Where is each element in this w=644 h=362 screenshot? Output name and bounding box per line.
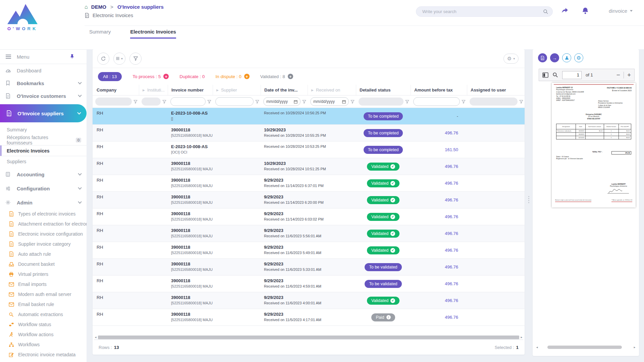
filter-in-dispute[interactable]: In dispute : 0+	[215, 74, 249, 79]
page-number-input[interactable]	[562, 71, 582, 79]
pdf-search-icon[interactable]	[552, 72, 558, 78]
table-row[interactable]: RH39000118[52251165800018] MAJUSCULE9/29…	[93, 175, 525, 192]
table-row[interactable]: RH39000118[52251165800018] MAJUSCULE10/2…	[93, 158, 525, 175]
column-header-company[interactable]: Company	[93, 85, 139, 95]
column-header-detailed-status[interactable]: Detailed status	[356, 85, 411, 95]
table-settings-button[interactable]: ⚙▾	[503, 54, 519, 64]
table-row[interactable]: RHE-2023-10-008-AS[]Received on 10/28/20…	[93, 108, 525, 125]
sidebar-admin-item-auto-attach-rule[interactable]: Auto attach rule	[0, 249, 87, 259]
cell-amount[interactable]: 496.76	[411, 292, 467, 309]
search-icon[interactable]	[543, 9, 548, 14]
table-row[interactable]: RH39000118[52251165800018] MAJUSCULE9/29…	[93, 309, 525, 326]
open-arrow-button[interactable]: →	[550, 53, 559, 62]
sidebar-menu-toggle[interactable]: Menu	[0, 49, 87, 64]
table-row[interactable]: RH39000118[52251165800018] MAJUSCULE9/29…	[93, 292, 525, 309]
date-filter-input[interactable]: mm/dd/yyyy	[310, 97, 349, 106]
scroll-right-icon[interactable]: ►	[633, 346, 636, 349]
pin-icon[interactable]	[70, 54, 76, 59]
cell-amount[interactable]: 496.76	[411, 125, 467, 141]
sidebar-admin-item-attachment-extraction-for-electron[interactable]: Attachment extraction for electron	[0, 219, 87, 229]
assign-user-button[interactable]	[562, 53, 571, 62]
user-menu[interactable]: dinvoice	[609, 8, 633, 14]
cell-amount[interactable]: -	[411, 108, 467, 124]
sidebar-subitem-summary[interactable]: Summary	[0, 124, 87, 135]
sidebar-admin-item-types-of-electronic-invoices[interactable]: Types of electronic invoices	[0, 209, 87, 219]
filter-duplicate[interactable]: Duplicate : 0	[179, 74, 205, 79]
sidebar-admin-item-modern-auth-email-server[interactable]: Modern auth email server	[0, 289, 87, 299]
zoom-in-button[interactable]: +	[627, 71, 631, 79]
text-filter-input[interactable]	[413, 97, 460, 106]
sidebar-admin-item-workflows[interactable]: Workflows	[0, 340, 87, 350]
column-header-date-of-the-inv[interactable]: Date of the inv...	[261, 85, 308, 95]
columns-button[interactable]: ▾	[113, 53, 125, 65]
sidebar-admin-item-electronic-invoice-metadata[interactable]: Electronic invoice metadata	[0, 350, 87, 360]
home-icon[interactable]: ⌂	[85, 4, 88, 10]
sidebar-admin-item-email-basket-rule[interactable]: Email basket rule	[0, 299, 87, 309]
column-header-instituti[interactable]: ▶Instituti...	[139, 85, 168, 95]
scroll-left-icon[interactable]: ◄	[535, 346, 539, 349]
table-row[interactable]: RH39000118[52251165800018] MAJUSCULE9/29…	[93, 192, 525, 208]
sidebar-item-dashboard[interactable]: Dashboard	[0, 64, 87, 77]
horizontal-scrollbar[interactable]: ◄ ►	[94, 335, 523, 340]
scrollbar-thumb[interactable]	[98, 336, 519, 339]
filter-button[interactable]	[129, 53, 142, 65]
column-header-received-on[interactable]: ▶Received on	[308, 85, 356, 95]
scrollbar-thumb[interactable]	[547, 346, 622, 349]
pdf-file-button[interactable]	[538, 53, 547, 62]
sidebar-subitem-suppliers[interactable]: Suppliers	[0, 156, 87, 167]
table-row[interactable]: RH39000118[52251165800018] MAJUSCULE9/29…	[93, 276, 525, 292]
global-search[interactable]	[416, 6, 553, 17]
column-header-assigned-to-user[interactable]: Assigned to user	[467, 85, 525, 95]
cell-amount[interactable]: 496.76	[411, 259, 467, 275]
sidebar-subitem-electronic-invoices[interactable]: Electronic Invoices	[0, 145, 87, 156]
share-icon[interactable]	[561, 7, 569, 14]
table-row[interactable]: RH39000118[52251165800018] MAJUSCULE9/29…	[93, 242, 525, 259]
cell-amount[interactable]: 161.50	[411, 141, 467, 158]
sidebar-admin-item-automatic-extractions[interactable]: Automatic extractions	[0, 309, 87, 319]
breadcrumb-section[interactable]: O'Invoice suppliers	[117, 4, 164, 10]
filter-validated[interactable]: Validated : 8+	[260, 74, 293, 79]
text-filter-input[interactable]	[215, 97, 254, 106]
column-header-amount-before-tax[interactable]: Amount before tax	[411, 85, 467, 95]
cell-amount[interactable]: 496.76	[411, 225, 467, 242]
plus-icon[interactable]: +	[288, 74, 293, 79]
plus-icon[interactable]: +	[163, 74, 169, 79]
scroll-left-icon[interactable]: ◄	[94, 336, 97, 339]
panel-resize-handle[interactable]	[527, 193, 530, 206]
sidebar-item-configuration[interactable]: Configuration	[0, 182, 87, 195]
table-row[interactable]: RH39000118[52251165800018] MAJUSCULE9/29…	[93, 259, 525, 276]
sidebar-admin-item-document-basket[interactable]: Document basket	[0, 259, 87, 269]
cell-amount[interactable]: 496.76	[411, 192, 467, 208]
table-row[interactable]: RH39000118[52251165800018] MAJUSCULE9/29…	[93, 225, 525, 242]
sidebar-admin-item-virtual-printers[interactable]: Virtual printers	[0, 269, 87, 279]
pdf-settings-button[interactable]: ⚙	[574, 53, 583, 62]
cell-amount[interactable]: 496.76	[411, 208, 467, 225]
tab-electronic-invoices[interactable]: Electronic Invoices	[130, 29, 176, 39]
filter-all[interactable]: All : 13	[98, 72, 122, 81]
sidebar-item-admin[interactable]: Admin	[0, 196, 87, 209]
text-filter-input[interactable]	[170, 97, 206, 106]
cell-amount[interactable]: 496.76	[411, 158, 467, 175]
table-row[interactable]: RH39000118[52251165800018] MAJUSCULE10/2…	[93, 125, 525, 141]
sidebar-admin-item-electronic-invoice-configuration[interactable]: Electronic invoice configuration	[0, 229, 87, 239]
breadcrumb-home[interactable]: DEMO	[91, 4, 106, 10]
sidebar-item-o-invoice-customers[interactable]: O'Invoice customers	[0, 89, 87, 102]
plus-icon[interactable]: +	[244, 74, 250, 79]
cell-amount[interactable]: 496.76	[411, 242, 467, 258]
tab-summary[interactable]: Summary	[89, 29, 111, 39]
sidebar-admin-item-workflow-status[interactable]: Workflow status	[0, 319, 87, 329]
hamburger-icon[interactable]	[5, 54, 12, 59]
sidebar-subitem-r-ceptions-factures-fournisseurs[interactable]: Réceptions factures fournisseurs0	[0, 135, 87, 145]
table-row[interactable]: RHE-2023-10-008-AS[OCI] OCIReceived on 1…	[93, 141, 525, 158]
notifications-bell-icon[interactable]	[582, 7, 589, 15]
cell-amount[interactable]: 496.76	[411, 309, 467, 325]
sidebar-item-oinvoice-suppliers[interactable]: O'Invoice suppliers	[0, 104, 87, 122]
cell-amount[interactable]: 496.76	[411, 276, 467, 292]
column-header-invoice-number[interactable]: Invoice number	[168, 85, 213, 95]
zoom-out-button[interactable]: −	[616, 71, 620, 79]
table-row[interactable]: RH39000118[52251165800018] MAJUSCULE9/29…	[93, 208, 525, 225]
sidebar-toggle-icon[interactable]	[542, 72, 548, 78]
sidebar-item-bookmarks[interactable]: Bookmarks	[0, 77, 87, 89]
refresh-button[interactable]	[97, 53, 109, 65]
search-input[interactable]	[422, 9, 543, 14]
